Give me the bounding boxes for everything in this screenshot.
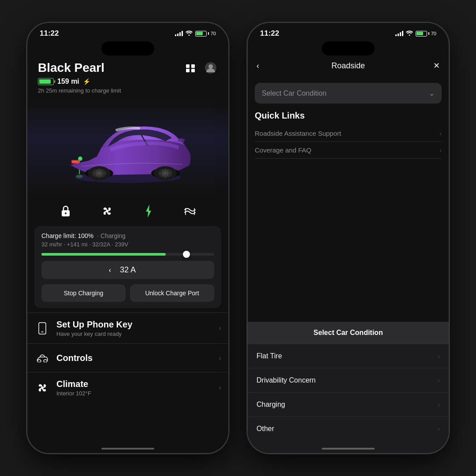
svg-point-32 (106, 210, 108, 212)
defrost-control[interactable] (180, 201, 200, 221)
dropdown-label: Select Car Condition (262, 89, 327, 97)
charge-progress-thumb[interactable] (183, 251, 190, 258)
drivability-concern-item[interactable]: Drivability Concern › (248, 368, 449, 393)
battery-bar-mini (38, 78, 54, 85)
charging-label: Charging (257, 401, 285, 409)
other-item[interactable]: Other › (248, 417, 449, 441)
home-bar-left (101, 448, 154, 450)
bottom-sheet: Select Car Condition Flat Tire › Drivabi… (248, 322, 449, 441)
close-button[interactable]: ✕ (426, 61, 440, 71)
lock-control[interactable] (56, 201, 75, 221)
home-bar-right (322, 448, 375, 450)
phone-key-chevron: › (219, 324, 221, 333)
climate-chevron: › (219, 383, 221, 392)
select-car-condition-dropdown[interactable]: Select Car Condition ⌄ (255, 83, 442, 104)
drivability-concern-chevron: › (438, 377, 440, 384)
controls-menu-item[interactable]: Controls › (27, 343, 228, 372)
svg-point-5 (208, 64, 213, 69)
dynamic-island-left (101, 41, 154, 56)
status-time-left: 11:22 (40, 29, 59, 38)
amp-decrease-btn[interactable]: ‹ (109, 266, 111, 274)
charge-control[interactable] (139, 201, 158, 221)
left-screen: 11:22 70 (27, 23, 228, 453)
charge-panel: Charge limit: 100% · Charging 32 mi/hr ·… (34, 226, 221, 308)
charging-item[interactable]: Charging › (248, 393, 449, 417)
profile-icon[interactable] (204, 61, 218, 75)
battery-icon-right: 70 (416, 31, 436, 37)
svg-point-38 (44, 360, 47, 362)
car-name: Black Pearl (38, 61, 104, 75)
bottom-sheet-title: Select Car Condition (257, 329, 440, 337)
svg-rect-1 (191, 64, 195, 68)
controls-text: Controls (56, 353, 212, 363)
svg-point-29 (79, 157, 82, 160)
header-icons (183, 61, 218, 75)
charge-progress-fill (41, 253, 166, 256)
menu-icon[interactable] (183, 61, 197, 75)
wifi-icon (186, 30, 193, 37)
dropdown-chevron-icon: ⌄ (429, 89, 435, 97)
charge-limit-text: Charge limit: 100% (41, 232, 93, 239)
roadside-content: Select Car Condition ⌄ Quick Links Roads… (248, 76, 449, 322)
car-svg (53, 108, 203, 187)
menu-section: Set Up Phone Key Have your key card read… (27, 312, 228, 441)
quick-links-title: Quick Links (255, 111, 442, 121)
svg-rect-27 (72, 161, 78, 163)
coverage-faq-link[interactable]: Coverage and FAQ › (255, 142, 442, 159)
quick-links-section: Quick Links Roadside Assistance Support … (255, 111, 442, 315)
climate-title: Climate (56, 379, 212, 389)
status-icons-left: 70 (175, 30, 216, 37)
car-header-row: Black Pearl (38, 61, 218, 75)
bolt-icon: ⚡ (83, 78, 90, 85)
flat-tire-item[interactable]: Flat Tire › (248, 344, 449, 368)
fan-control[interactable] (97, 201, 117, 221)
right-screen: 11:22 70 (248, 23, 449, 453)
controls-icon (34, 350, 50, 366)
amp-value: 32 A (120, 265, 136, 275)
phone-key-text: Set Up Phone Key Have your key card read… (56, 319, 212, 337)
svg-point-31 (65, 212, 67, 214)
battery-icon: 70 (195, 31, 216, 37)
car-container (27, 99, 228, 196)
svg-rect-2 (186, 69, 190, 72)
status-icons-right: 70 (395, 30, 436, 37)
signal-icon (175, 31, 183, 36)
left-phone: 11:22 70 (26, 22, 229, 454)
unlock-port-btn[interactable]: Unlock Charge Port (130, 284, 214, 302)
home-indicator-left (27, 441, 228, 453)
phone-key-title: Set Up Phone Key (56, 319, 212, 330)
back-button[interactable]: ‹ (257, 61, 271, 71)
svg-point-37 (37, 360, 41, 362)
phone-key-menu-item[interactable]: Set Up Phone Key Have your key card read… (27, 312, 228, 343)
svg-rect-0 (186, 64, 190, 68)
roadside-header: ‹ Roadside ✕ (248, 57, 449, 76)
charge-status-row: Charge limit: 100% · Charging (41, 232, 214, 239)
quick-controls (27, 196, 228, 226)
climate-menu-item[interactable]: Climate Interior 102°F › (27, 372, 228, 403)
condition-list: Flat Tire › Drivability Concern › Chargi… (248, 344, 449, 441)
charge-amp-row: ‹ 32 A › (41, 261, 214, 279)
phone-key-subtitle: Have your key card ready (56, 331, 212, 337)
charge-details: 32 mi/hr · +141 mi · 32/32A · 239V (41, 241, 214, 248)
bottom-sheet-header: Select Car Condition (248, 322, 449, 344)
car-header: Black Pearl (27, 57, 228, 99)
status-bar-right: 11:22 70 (248, 23, 449, 41)
wifi-icon-right (406, 30, 413, 37)
roadside-app: ‹ Roadside ✕ Select Car Condition ⌄ Quic… (248, 57, 449, 453)
right-phone: 11:22 70 (247, 22, 450, 454)
climate-text: Climate Interior 102°F (56, 379, 212, 397)
charging-badge: · Charging (97, 232, 126, 239)
climate-subtitle: Interior 102°F (56, 390, 212, 397)
battery-info: 159 mi ⚡ (38, 78, 218, 86)
flat-tire-chevron: › (438, 353, 440, 360)
dynamic-island-right (322, 41, 375, 56)
roadside-title: Roadside (331, 61, 365, 71)
roadside-assistance-link[interactable]: Roadside Assistance Support › (255, 125, 442, 142)
status-bar-left: 11:22 70 (27, 23, 228, 41)
climate-icon (34, 380, 50, 396)
other-chevron: › (438, 425, 440, 432)
signal-icon-right (395, 31, 403, 36)
stop-charging-btn[interactable]: Stop Charging (41, 284, 126, 302)
coverage-faq-chevron: › (439, 147, 442, 154)
coverage-faq-label: Coverage and FAQ (255, 146, 311, 154)
